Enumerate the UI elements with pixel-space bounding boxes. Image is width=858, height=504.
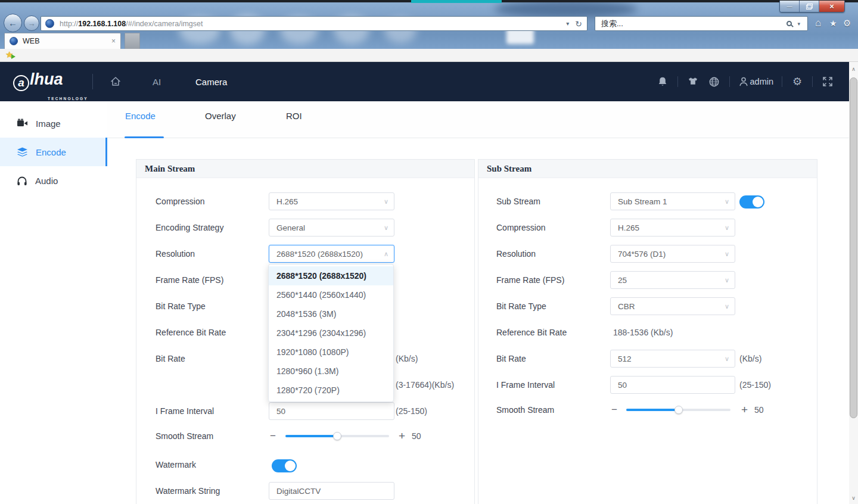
tab-title: WEB bbox=[23, 37, 39, 45]
sub-compression-select[interactable]: H.265 ∨ bbox=[610, 219, 735, 237]
i-frame-interval-label: I Frame Interval bbox=[496, 376, 555, 394]
slider-thumb[interactable] bbox=[674, 406, 683, 414]
encoding-strategy-select[interactable]: General ∨ bbox=[269, 219, 394, 237]
encoding-strategy-label: Encoding Strategy bbox=[156, 219, 223, 237]
i-frame-interval-input[interactable] bbox=[269, 402, 394, 420]
i-frame-interval-label: I Frame Interval bbox=[156, 402, 214, 420]
sub-frame-rate-select[interactable]: 25 ∨ bbox=[610, 271, 735, 289]
watermark-string-label: Watermark String bbox=[156, 482, 220, 500]
bit-rate-label: Bit Rate bbox=[496, 350, 526, 368]
resolution-option[interactable]: 2688*1520 (2688x1520) bbox=[269, 266, 393, 285]
close-button[interactable]: × bbox=[819, 1, 844, 12]
tools-button[interactable]: ⚙ bbox=[843, 18, 851, 29]
add-favorite-icon[interactable]: ★ bbox=[5, 49, 13, 60]
fullscreen-button[interactable] bbox=[821, 75, 834, 88]
tab-overlay[interactable]: Overlay bbox=[205, 111, 236, 121]
minimize-button[interactable]: — bbox=[780, 1, 800, 12]
sub-bit-rate-type-select[interactable]: CBR ∨ bbox=[610, 297, 735, 315]
chevron-down-icon: ∨ bbox=[725, 303, 729, 310]
sidebar-item-label: Audio bbox=[35, 176, 58, 186]
image-camera-icon bbox=[17, 119, 28, 128]
nav-home[interactable] bbox=[110, 62, 122, 101]
resolution-value: 2688*1520 (2688x1520) bbox=[276, 250, 363, 259]
resolution-option[interactable]: 2048*1536 (3M) bbox=[269, 304, 393, 323]
audio-headphones-icon bbox=[17, 176, 27, 186]
search-dropdown-icon[interactable]: ▾ bbox=[797, 21, 800, 27]
nav-ai-label: AI bbox=[153, 77, 161, 87]
compression-value: H.265 bbox=[618, 223, 639, 232]
home-button[interactable]: ⌂ bbox=[815, 17, 821, 29]
favorites-button[interactable]: ★ bbox=[829, 18, 837, 28]
nav-ai[interactable]: AI bbox=[153, 62, 161, 101]
sidebar-item-encode[interactable]: Encode bbox=[0, 138, 107, 166]
nav-camera[interactable]: Camera bbox=[195, 62, 227, 101]
scrollbar-thumb[interactable] bbox=[850, 77, 857, 418]
compression-label: Compression bbox=[496, 219, 545, 237]
search-icon[interactable] bbox=[786, 21, 792, 26]
bit-rate-label: Bit Rate bbox=[156, 350, 185, 368]
compression-select[interactable]: H.265 ∨ bbox=[269, 192, 394, 210]
search-box[interactable]: 搜索... ▾ bbox=[595, 16, 808, 31]
resolution-select[interactable]: 2688*1520 (2688x1520) ∧ bbox=[269, 245, 394, 263]
address-bar[interactable]: http://192.168.1.108/#/index/camera/imgs… bbox=[41, 16, 587, 31]
favorites-bar: ★ bbox=[0, 49, 858, 62]
bell-icon bbox=[657, 76, 668, 87]
sub-i-frame-interval-input[interactable] bbox=[610, 376, 735, 394]
dahua-logo: alhua TECHNOLOGY bbox=[13, 70, 63, 91]
sub-stream-title: Sub Stream bbox=[487, 164, 531, 174]
watermark-toggle[interactable] bbox=[272, 459, 297, 472]
resolution-option[interactable]: 2560*1440 (2560x1440) bbox=[269, 285, 393, 304]
resolution-option[interactable]: 1280*960 (1.3M) bbox=[269, 362, 393, 381]
theme-shirt-icon bbox=[688, 76, 698, 87]
tab-encode[interactable]: Encode bbox=[125, 111, 156, 121]
restore-button[interactable] bbox=[800, 1, 819, 12]
header-divider bbox=[92, 74, 93, 89]
language-button[interactable] bbox=[708, 75, 721, 88]
tab-roi[interactable]: ROI bbox=[286, 111, 302, 121]
slider-fill bbox=[285, 435, 337, 437]
resolution-option[interactable]: 1920*1080 (1080P) bbox=[269, 343, 393, 362]
logo-a-mark: a bbox=[13, 75, 29, 91]
scroll-up-button[interactable]: ∧ bbox=[849, 64, 858, 74]
sub-stream-label: Sub Stream bbox=[496, 192, 540, 210]
sub-bit-rate-select[interactable]: 512 ∨ bbox=[610, 350, 735, 368]
smooth-stream-minus-button[interactable]: − bbox=[611, 401, 617, 419]
tab-close-icon[interactable]: × bbox=[111, 37, 116, 45]
sidebar-item-audio[interactable]: Audio bbox=[0, 166, 107, 195]
chevron-down-icon: ∨ bbox=[384, 198, 388, 206]
watermark-string-input[interactable] bbox=[269, 482, 394, 500]
resolution-option[interactable]: 2304*1296 (2304x1296) bbox=[269, 323, 393, 343]
tab-label: ROI bbox=[286, 111, 302, 121]
forward-button[interactable]: → bbox=[24, 15, 39, 31]
sub-resolution-select[interactable]: 704*576 (D1) ∨ bbox=[610, 245, 735, 263]
smooth-stream-minus-button[interactable]: − bbox=[270, 427, 276, 445]
slider-track[interactable] bbox=[285, 435, 389, 437]
refresh-icon[interactable]: ↻ bbox=[575, 19, 582, 29]
new-tab-stub[interactable] bbox=[125, 33, 140, 49]
account-menu[interactable]: admin bbox=[738, 75, 774, 88]
slider-track[interactable] bbox=[626, 409, 730, 411]
frame-rate-label: Frame Rate (FPS) bbox=[496, 271, 564, 289]
back-button[interactable]: ← bbox=[4, 14, 22, 32]
resolution-option[interactable]: 1280*720 (720P) bbox=[269, 381, 393, 400]
sub-stream-select[interactable]: Sub Stream 1 ∨ bbox=[610, 192, 735, 210]
main-stream-title: Main Stream bbox=[145, 164, 195, 174]
smooth-stream-label: Smooth Stream bbox=[156, 427, 213, 445]
browser-tab[interactable]: WEB × bbox=[4, 33, 121, 49]
scroll-down-button[interactable]: ∨ bbox=[849, 493, 858, 503]
slider-thumb[interactable] bbox=[333, 432, 341, 440]
smooth-stream-plus-button[interactable]: + bbox=[399, 427, 405, 445]
chevron-down-icon: ∨ bbox=[725, 250, 729, 258]
smooth-stream-slider bbox=[626, 401, 730, 419]
globe-icon bbox=[708, 76, 720, 88]
sub-stream-panel: Sub Stream Sub Stream Sub Stream 1 ∨ Com… bbox=[478, 159, 817, 504]
bit-rate-range: (3-17664)(Kb/s) bbox=[396, 376, 454, 394]
smooth-stream-plus-button[interactable]: + bbox=[741, 401, 748, 419]
settings-button[interactable]: ⚙ bbox=[791, 75, 804, 88]
address-dropdown-icon[interactable]: ▾ bbox=[566, 20, 569, 27]
alarm-button[interactable] bbox=[656, 75, 669, 88]
theme-button[interactable] bbox=[686, 75, 700, 88]
sub-stream-enable-toggle[interactable] bbox=[739, 195, 764, 209]
sidebar-item-image[interactable]: Image bbox=[0, 109, 107, 138]
resolution-label: Resolution bbox=[156, 245, 195, 263]
